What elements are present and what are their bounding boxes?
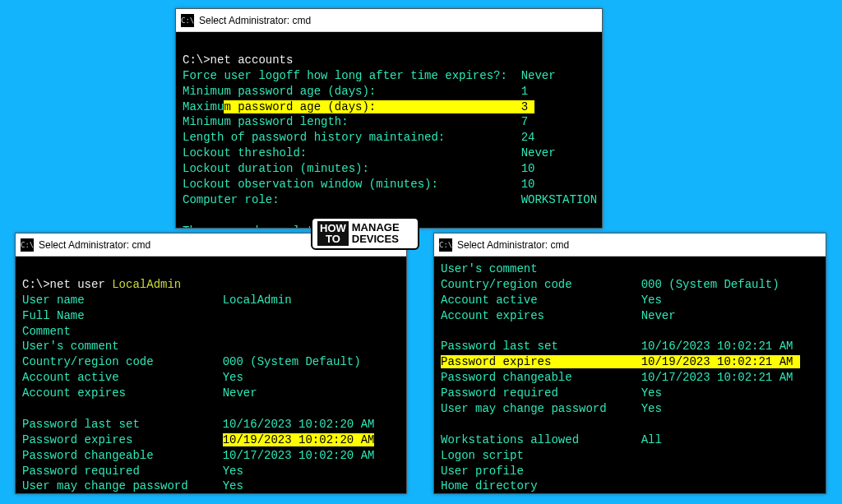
output-row: Home directory [441,479,819,493]
output-row: Account expires Never [22,386,400,401]
output-row: Password required Yes [441,386,819,401]
how-to-manage-devices-logo: HOW TO MANAGEDEVICES [311,217,419,250]
output-row: Password changeable 10/17/2023 10:02:20 … [22,448,400,464]
output-row: Password expires 10/19/2023 10:02:20 AM [22,432,400,448]
output-row: Lockout observation window (minutes): 10 [183,177,595,192]
prompt-line: C:\>net accounts [183,53,293,67]
cmd-window-net-accounts[interactable]: C:\ Select Administrator: cmd C:\>net ac… [175,8,603,229]
output-row: Account active Yes [441,293,819,308]
terminal-output[interactable]: C:\>net accounts Force user logoff how l… [176,32,602,228]
output-row: Password last set 10/16/2023 10:02:20 AM [22,417,400,432]
output-row: Lockout duration (minutes): 10 [183,161,595,177]
output-row: Lockout threshold: Never [183,146,595,161]
window-title: Select Administrator: cmd [39,239,150,251]
output-row: Account active Yes [22,370,400,386]
output-row: Maximum password age (days): 3 [183,99,595,115]
titlebar[interactable]: C:\ Select Administrator: cmd [176,9,602,32]
output-row: Password expires 10/19/2023 10:02:21 AM [441,354,819,370]
terminal-output[interactable]: C:\>net user LocalAdmin User name LocalA… [16,257,406,493]
window-title: Select Administrator: cmd [457,239,569,251]
output-row: Minimum password age (days): 1 [183,84,595,99]
output-row: Logon script [441,448,819,464]
output-row: Account expires Never [441,308,819,324]
output-row: Password changeable 10/17/2023 10:02:21 … [441,370,819,386]
blank-row [441,417,819,432]
output-row: User's comment [441,261,819,277]
blank-row [441,324,819,340]
prompt-line: C:\>net user LocalAdmin [22,278,181,291]
window-title: Select Administrator: cmd [199,15,311,26]
terminal-output[interactable]: User's comment Country/region code 000 (… [434,257,826,493]
output-row: Full Name [22,308,400,324]
output-row: Length of password history maintained: 2… [183,130,595,146]
output-row: Country/region code 000 (System Default) [22,354,400,370]
blank-row [22,401,400,417]
cmd-window-net-user-right[interactable]: C:\ Select Administrator: cmd User's com… [433,233,826,494]
cmd-icon: C:\ [181,14,194,27]
output-row: Computer role: WORKSTATION [183,192,595,208]
cmd-window-net-user-left[interactable]: C:\ Select Administrator: cmd C:\>net us… [15,233,407,494]
output-row: User name LocalAdmin [22,293,400,308]
output-row: User may change password Yes [22,479,400,493]
output-row: Minimum password length: 7 [183,114,595,130]
output-row: Workstations allowed All [441,432,819,448]
output-row: Force user logoff how long after time ex… [183,68,595,84]
logo-how-to: HOW TO [317,221,349,246]
cmd-icon: C:\ [21,238,34,252]
output-row: Password last set 10/16/2023 10:02:21 AM [441,339,819,354]
output-row: Comment [22,324,400,340]
cmd-icon: C:\ [439,238,452,252]
titlebar[interactable]: C:\ Select Administrator: cmd [434,234,826,257]
logo-manage-devices: MANAGEDEVICES [352,222,400,244]
output-row: User's comment [22,339,400,354]
output-row: Password required Yes [22,464,400,479]
output-row: User may change password Yes [441,401,819,417]
output-row: User profile [441,464,819,479]
output-row: Country/region code 000 (System Default) [441,277,819,293]
